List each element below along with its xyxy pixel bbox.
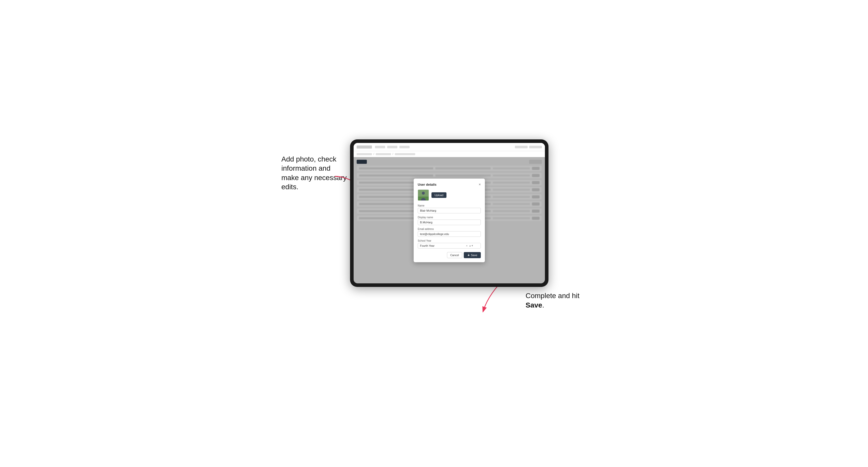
- annotation-left-text: Add photo, check information and make an…: [281, 155, 347, 191]
- app-body: User details ×: [353, 157, 545, 283]
- annotation-right-end: .: [542, 301, 544, 309]
- annotation-right-bold: Save: [526, 301, 542, 309]
- scene: Add photo, check information and make an…: [281, 134, 587, 333]
- email-label: Email address: [418, 228, 481, 230]
- name-input[interactable]: [418, 208, 481, 213]
- photo-thumbnail: [418, 189, 429, 201]
- upload-button[interactable]: Upload: [431, 192, 446, 198]
- annotation-right: Complete and hit Save.: [526, 291, 587, 310]
- save-icon: [467, 254, 470, 256]
- app-subheader: / /: [353, 151, 545, 157]
- breadcrumb-separator-2: /: [393, 153, 393, 155]
- school-year-field-group: School Year Fourth Year × ▲▼: [418, 239, 481, 249]
- modal-header: User details ×: [418, 183, 481, 186]
- modal-footer: Cancel Save: [418, 252, 481, 258]
- display-name-field-group: Display name: [418, 216, 481, 225]
- school-year-select[interactable]: Fourth Year × ▲▼: [418, 243, 481, 249]
- school-year-value: Fourth Year: [420, 244, 435, 247]
- tablet-device: / /: [350, 139, 549, 287]
- display-name-label: Display name: [418, 216, 481, 219]
- app-header: [353, 143, 545, 151]
- header-right-item: [515, 146, 528, 148]
- annotation-left: Add photo, check information and make an…: [281, 155, 347, 192]
- modal-title: User details: [418, 183, 437, 186]
- breadcrumb-separator: /: [373, 153, 374, 155]
- modal-close-button[interactable]: ×: [479, 183, 481, 186]
- save-button-label: Save: [471, 254, 477, 257]
- display-name-input[interactable]: [418, 219, 481, 225]
- nav-item-2: [387, 146, 397, 148]
- user-details-modal: User details ×: [414, 179, 485, 262]
- breadcrumb-3: [395, 153, 415, 155]
- app-logo: [356, 146, 372, 149]
- modal-overlay: User details ×: [353, 157, 545, 283]
- app-nav: [375, 146, 410, 148]
- breadcrumb-1: [356, 153, 372, 155]
- name-label: Name: [418, 204, 481, 207]
- header-right-item-2: [529, 146, 542, 148]
- photo-row: Upload: [418, 189, 481, 201]
- breadcrumb-2: [376, 153, 391, 155]
- nav-item-3: [399, 146, 410, 148]
- nav-item-1: [375, 146, 385, 148]
- header-right: [515, 146, 542, 148]
- name-field-group: Name: [418, 204, 481, 213]
- tablet-screen: / /: [353, 143, 545, 283]
- cancel-button[interactable]: Cancel: [447, 252, 462, 258]
- email-field-group: Email address: [418, 228, 481, 237]
- select-arrow-icon: ▲▼: [469, 244, 473, 247]
- school-year-label: School Year: [418, 239, 481, 242]
- svg-point-4: [422, 191, 425, 194]
- save-button[interactable]: Save: [464, 252, 481, 258]
- email-input[interactable]: [418, 231, 481, 237]
- annotation-right-text: Complete and hit: [526, 292, 580, 300]
- select-clear-icon[interactable]: ×: [466, 244, 468, 247]
- school-year-select-wrapper: Fourth Year × ▲▼: [418, 243, 481, 249]
